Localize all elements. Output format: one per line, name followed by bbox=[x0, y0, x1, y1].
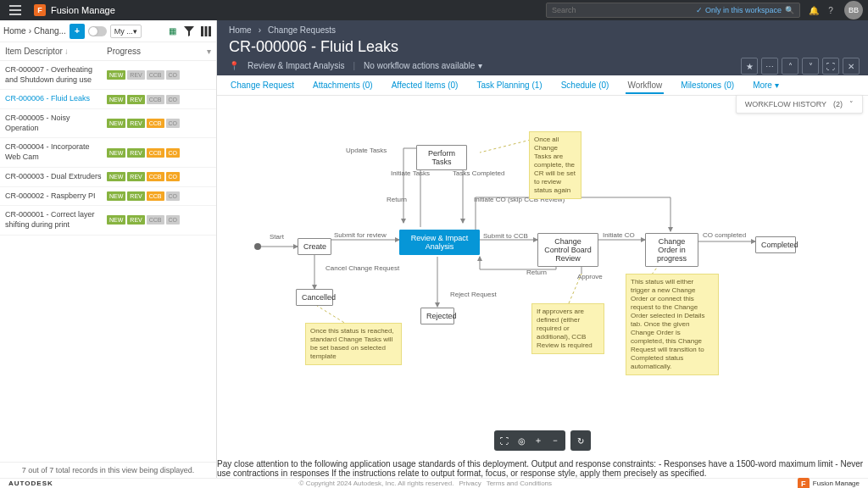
list-item[interactable]: CR-000003 - Dual ExtrudersNEWREVCCBCO bbox=[0, 168, 216, 187]
node-ccb-review[interactable]: Change Control Board Review bbox=[537, 233, 598, 267]
brand-name: Fusion Manage bbox=[51, 5, 115, 15]
edge-update: Update Tasks bbox=[346, 147, 387, 154]
node-completed[interactable]: Completed bbox=[755, 236, 796, 253]
page-title: CR-000006 - Fluid Leaks bbox=[229, 38, 856, 56]
topbar: F Fusion Manage ✓ Only in this workspace… bbox=[0, 0, 868, 20]
status-label: Review & Impact Analysis bbox=[248, 61, 345, 70]
node-perform-tasks[interactable]: Perform Tasks bbox=[416, 145, 467, 170]
list-item[interactable]: CR-000002 - Raspberry PINEWREVCCBCO bbox=[0, 187, 216, 207]
tab-milestones-[interactable]: Milestones (0) bbox=[679, 76, 736, 94]
tab-workflow[interactable]: Workflow bbox=[626, 76, 664, 94]
columns-icon[interactable] bbox=[199, 25, 213, 38]
edge-initiate: Initiate Tasks bbox=[391, 169, 430, 177]
filter-icon[interactable] bbox=[182, 25, 196, 38]
menu-icon[interactable] bbox=[5, 0, 25, 20]
edge-return: Return bbox=[387, 196, 407, 203]
item-descriptor: CR-000004 - Incorporate Web Cam bbox=[5, 142, 107, 162]
edge-initiate-co: Initiate CO bbox=[603, 231, 635, 239]
list-item[interactable]: CR-000001 - Correct layer shifting durin… bbox=[0, 206, 216, 235]
search-icon[interactable]: 🔍 bbox=[785, 6, 794, 14]
zoom-out-icon[interactable]: － bbox=[548, 433, 563, 448]
node-rejected[interactable]: Rejected bbox=[420, 308, 454, 324]
item-progress: NEWREVCCBCO bbox=[107, 191, 180, 201]
center-icon[interactable]: ◎ bbox=[514, 433, 529, 448]
item-progress: NEWREVCCBCO bbox=[107, 172, 180, 181]
edge-tasks-completed: Tasks Completed bbox=[453, 169, 504, 177]
col-descriptor[interactable]: Item Descriptor ↓ bbox=[5, 47, 107, 56]
bell-icon[interactable]: 🔔 bbox=[805, 6, 822, 15]
edge-submit: Submit for review bbox=[334, 231, 387, 239]
footer-brand-icon: F bbox=[798, 478, 810, 489]
node-create[interactable]: Create bbox=[298, 238, 331, 255]
add-button[interactable]: + bbox=[70, 24, 85, 39]
list-item[interactable]: CR-000005 - Noisy OperationNEWREVCCBCO bbox=[0, 109, 216, 138]
search-scope[interactable]: ✓ Only in this workspace bbox=[696, 6, 782, 14]
item-descriptor: CR-000005 - Noisy Operation bbox=[5, 114, 107, 133]
node-cancelled[interactable]: Cancelled bbox=[296, 289, 333, 306]
up-button[interactable]: ˄ bbox=[782, 58, 798, 75]
avatar[interactable]: BB bbox=[844, 1, 863, 19]
tab-attachments-[interactable]: Attachments (0) bbox=[311, 76, 375, 94]
canvas-toolbar: ⛶ ◎ ＋ － ↻ bbox=[494, 430, 591, 451]
expand-button[interactable]: ⛶ bbox=[822, 58, 839, 75]
pin-icon: 📍 bbox=[229, 61, 239, 70]
terms-link[interactable]: Terms and Conditions bbox=[487, 480, 552, 487]
item-descriptor: CR-000007 - Overheating and Shutdown dur… bbox=[5, 65, 107, 85]
help-icon[interactable]: ? bbox=[822, 6, 839, 15]
tab-task-planning-[interactable]: Task Planning (1) bbox=[475, 76, 543, 94]
item-progress: NEWREVCCBCO bbox=[107, 95, 180, 104]
item-descriptor: CR-000002 - Raspberry PI bbox=[5, 191, 107, 202]
breadcrumb[interactable]: Home›Change Requests bbox=[229, 25, 856, 35]
note-approvers: If approvers are defined (either require… bbox=[531, 303, 604, 354]
edge-co-complete: CO completed bbox=[703, 231, 746, 239]
workflow-actions-dropdown[interactable]: No workflow actions available ▾ bbox=[364, 61, 482, 70]
col-progress[interactable]: Progress bbox=[107, 47, 207, 56]
tab-bar: Change RequestAttachments (0)Affected It… bbox=[217, 75, 868, 96]
tab-change-request[interactable]: Change Request bbox=[229, 76, 296, 94]
node-co-progress[interactable]: Change Order in progress bbox=[645, 233, 698, 267]
export-excel-icon[interactable]: ▦ bbox=[165, 25, 179, 38]
start-dot bbox=[254, 243, 261, 250]
view-toggle[interactable] bbox=[88, 26, 107, 36]
fullscreen-icon[interactable]: ⛶ bbox=[497, 433, 512, 448]
privacy-link[interactable]: Privacy bbox=[459, 480, 481, 487]
brand-icon: F bbox=[34, 4, 46, 16]
tab-schedule-[interactable]: Schedule (0) bbox=[559, 76, 611, 94]
item-progress: NEWREVCCBCO bbox=[107, 70, 180, 80]
edge-approve: Approve bbox=[577, 273, 603, 280]
workflow-canvas[interactable]: Start Create Review & Impact Analysis Ch… bbox=[217, 96, 868, 459]
col-filter-icon[interactable]: ▾ bbox=[207, 47, 211, 56]
item-progress: NEWREVCCBCO bbox=[107, 215, 180, 225]
tab-more[interactable]: More ▾ bbox=[751, 76, 781, 94]
history-icon[interactable]: ↻ bbox=[573, 433, 588, 448]
copyright: © Copyright 2024 Autodesk, Inc. All righ… bbox=[299, 480, 454, 487]
right-panel: Home›Change Requests CR-000006 - Fluid L… bbox=[217, 20, 868, 478]
view-dropdown[interactable]: My ... ▾ bbox=[110, 25, 142, 38]
list-footer: 7 out of 7 total records in this view be… bbox=[0, 462, 216, 478]
item-descriptor: CR-000001 - Correct layer shifting durin… bbox=[5, 210, 107, 230]
search-box[interactable]: ✓ Only in this workspace 🔍 bbox=[546, 3, 800, 18]
item-descriptor: CR-000003 - Dual Extruders bbox=[5, 172, 107, 182]
search-input[interactable] bbox=[552, 6, 696, 14]
close-button[interactable]: ✕ bbox=[843, 58, 860, 75]
chevron-down-icon: ˅ bbox=[849, 100, 854, 108]
list-item[interactable]: CR-000004 - Incorporate Web CamNEWREVCCB… bbox=[0, 138, 216, 167]
list-header: Item Descriptor ↓ Progress ▾ bbox=[0, 42, 216, 61]
note-change-order: This status will either trigger a new Ch… bbox=[626, 274, 719, 375]
down-button[interactable]: ˅ bbox=[802, 58, 819, 75]
autodesk-logo: AUTODESK bbox=[8, 480, 53, 487]
item-list: CR-000007 - Overheating and Shutdown dur… bbox=[0, 61, 216, 462]
zoom-in-icon[interactable]: ＋ bbox=[531, 433, 546, 448]
edge-cancel: Cancel Change Request bbox=[326, 264, 399, 272]
more-button[interactable]: ⋯ bbox=[761, 58, 778, 75]
star-button[interactable]: ★ bbox=[741, 58, 758, 75]
workflow-history-panel[interactable]: WORKFLOW HISTORY(2)˅ bbox=[736, 95, 863, 114]
left-crumb[interactable]: Home›Chang... bbox=[3, 26, 66, 36]
node-review-impact[interactable]: Review & Impact Analysis bbox=[399, 230, 480, 255]
edge-return2: Return bbox=[526, 269, 547, 276]
list-item[interactable]: CR-000006 - Fluid LeaksNEWREVCCBCO bbox=[0, 90, 216, 109]
left-toolbar: Home›Chang... + My ... ▾ ▦ bbox=[0, 20, 216, 42]
tab-affected-items-[interactable]: Affected Items (0) bbox=[390, 76, 460, 94]
edge-reject: Reject Request bbox=[450, 291, 497, 298]
list-item[interactable]: CR-000007 - Overheating and Shutdown dur… bbox=[0, 61, 216, 90]
